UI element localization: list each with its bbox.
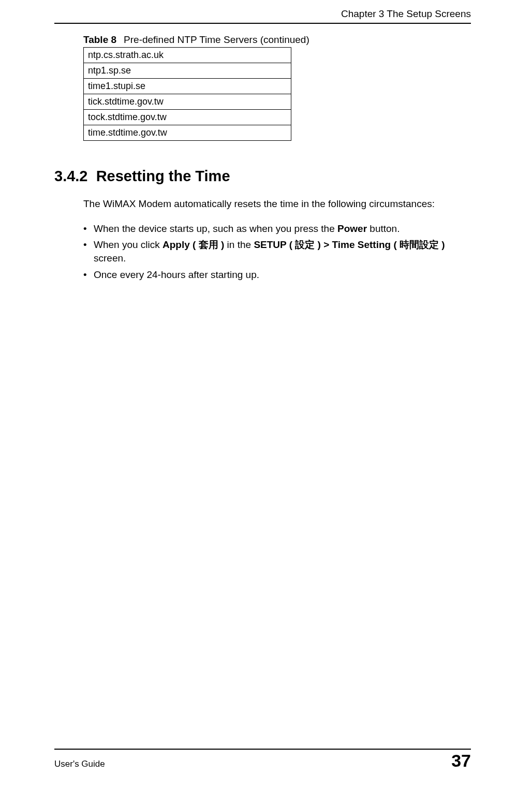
- table-row: time.stdtime.gov.tw: [84, 125, 291, 141]
- table-caption: Table 8Pre-defined NTP Time Servers (con…: [83, 34, 471, 46]
- table-label: Table 8: [83, 34, 116, 45]
- table-cell: ntp.cs.strath.ac.uk: [84, 48, 291, 63]
- page-footer: User's Guide 37: [54, 749, 471, 769]
- table-row: ntp.cs.strath.ac.uk: [84, 48, 291, 63]
- table-cell: ntp1.sp.se: [84, 63, 291, 79]
- table-row: tock.stdtime.gov.tw: [84, 110, 291, 125]
- table-cell: time1.stupi.se: [84, 79, 291, 94]
- page-header: Chapter 3 The Setup Screens: [54, 8, 471, 24]
- page-number: 37: [451, 752, 471, 769]
- table-row: tick.stdtime.gov.tw: [84, 94, 291, 110]
- table-row: time1.stupi.se: [84, 79, 291, 94]
- ntp-servers-table: ntp.cs.strath.ac.uk ntp1.sp.se time1.stu…: [83, 47, 291, 141]
- table-row: ntp1.sp.se: [84, 63, 291, 79]
- table-cell: time.stdtime.gov.tw: [84, 125, 291, 141]
- table-cell: tock.stdtime.gov.tw: [84, 110, 291, 125]
- bullet-list: When the device starts up, such as when …: [83, 222, 471, 282]
- section-number: 3.4.2: [54, 168, 88, 184]
- list-item: Once every 24-hours after starting up.: [83, 268, 471, 282]
- chapter-title: Chapter 3 The Setup Screens: [341, 8, 471, 19]
- section-intro: The WiMAX Modem automatically resets the…: [83, 197, 471, 211]
- section-title: Resetting the Time: [96, 168, 230, 184]
- table-caption-text: Pre-defined NTP Time Servers (continued): [124, 34, 309, 45]
- list-item: When you click Apply ( 套用 ) in the SETUP…: [83, 238, 471, 265]
- footer-guide-label: User's Guide: [54, 759, 105, 769]
- section-heading: 3.4.2 Resetting the Time: [54, 168, 471, 185]
- list-item: When the device starts up, such as when …: [83, 222, 471, 236]
- table-cell: tick.stdtime.gov.tw: [84, 94, 291, 110]
